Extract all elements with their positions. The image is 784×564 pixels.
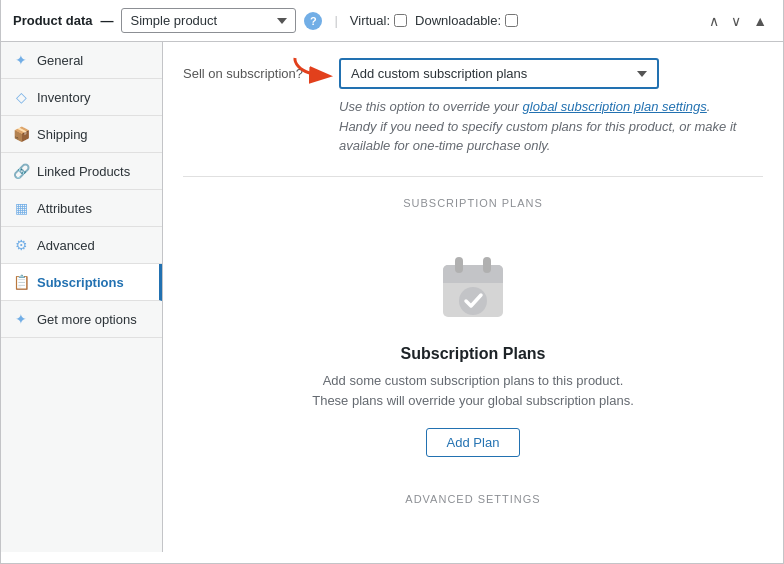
help-icon[interactable]: ? <box>304 12 322 30</box>
downloadable-label: Downloadable: <box>415 13 518 28</box>
expand-button[interactable]: ▲ <box>749 11 771 31</box>
subscription-plans-empty-state: Subscription Plans Add some custom subsc… <box>183 229 763 478</box>
virtual-label: Virtual: <box>350 13 407 28</box>
empty-state-title: Subscription Plans <box>401 345 546 363</box>
subscription-hint-text: Use this option to override your global … <box>339 97 739 156</box>
main-layout: ✦ General ◇ Inventory 📦 Shipping 🔗 Linke… <box>1 42 783 552</box>
general-icon: ✦ <box>13 52 29 68</box>
product-data-label: Product data <box>13 13 92 28</box>
attributes-icon: ▦ <box>13 200 29 216</box>
sidebar-item-shipping[interactable]: 📦 Shipping <box>1 116 162 153</box>
sidebar-item-advanced[interactable]: ⚙ Advanced <box>1 227 162 264</box>
calendar-icon-container <box>433 249 513 329</box>
svg-rect-5 <box>483 257 491 273</box>
downloadable-checkbox[interactable] <box>505 14 518 27</box>
advanced-icon: ⚙ <box>13 237 29 253</box>
get-more-options-icon: ✦ <box>13 311 29 327</box>
inventory-icon: ◇ <box>13 89 29 105</box>
shipping-icon: 📦 <box>13 126 29 142</box>
linked-products-icon: 🔗 <box>13 163 29 179</box>
red-arrow-indicator <box>287 54 337 93</box>
product-data-container: Product data — Simple product Variable p… <box>0 0 784 564</box>
svg-point-6 <box>459 287 487 315</box>
product-data-dash: — <box>100 13 113 28</box>
product-type-select[interactable]: Simple product Variable product Grouped … <box>121 8 296 33</box>
sell-on-subscription-row: Sell on subscription? <box>183 58 763 156</box>
sidebar: ✦ General ◇ Inventory 📦 Shipping 🔗 Linke… <box>1 42 163 552</box>
sidebar-item-general[interactable]: ✦ General <box>1 42 162 79</box>
sidebar-item-subscriptions[interactable]: 📋 Subscriptions <box>1 264 162 301</box>
sidebar-item-attributes[interactable]: ▦ Attributes <box>1 190 162 227</box>
content-area: Sell on subscription? <box>163 42 783 552</box>
collapse-up-button[interactable]: ∧ <box>705 11 723 31</box>
subscription-plans-section-label: SUBSCRIPTION PLANS <box>183 197 763 209</box>
add-plan-button[interactable]: Add Plan <box>426 428 521 457</box>
svg-rect-3 <box>443 277 503 283</box>
sidebar-item-get-more-options[interactable]: ✦ Get more options <box>1 301 162 338</box>
collapse-down-button[interactable]: ∨ <box>727 11 745 31</box>
global-subscription-link[interactable]: global subscription plan settings <box>523 99 707 114</box>
virtual-checkbox[interactable] <box>394 14 407 27</box>
product-data-header: Product data — Simple product Variable p… <box>1 0 783 42</box>
advanced-settings-label: ADVANCED SETTINGS <box>183 493 763 505</box>
empty-state-description: Add some custom subscription plans to th… <box>312 371 634 413</box>
header-divider: | <box>334 13 337 28</box>
header-controls: ∧ ∨ ▲ <box>705 11 771 31</box>
sidebar-item-inventory[interactable]: ◇ Inventory <box>1 79 162 116</box>
sidebar-item-linked-products[interactable]: 🔗 Linked Products <box>1 153 162 190</box>
subscription-field-area: Add custom subscription plans Do not sel… <box>339 58 763 156</box>
subscriptions-icon: 📋 <box>13 274 29 290</box>
plans-divider <box>183 176 763 177</box>
subscription-type-select[interactable]: Add custom subscription plans Do not sel… <box>339 58 659 89</box>
svg-rect-4 <box>455 257 463 273</box>
